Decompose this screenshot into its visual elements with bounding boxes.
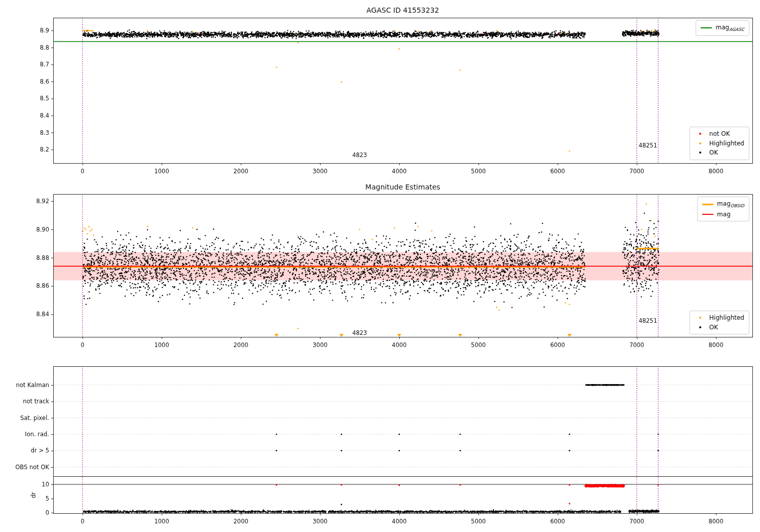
matplotlib-figure: AGASC ID 41553232 Magnitude Estimates ma… [0, 0, 760, 532]
charts-canvas [0, 0, 760, 532]
